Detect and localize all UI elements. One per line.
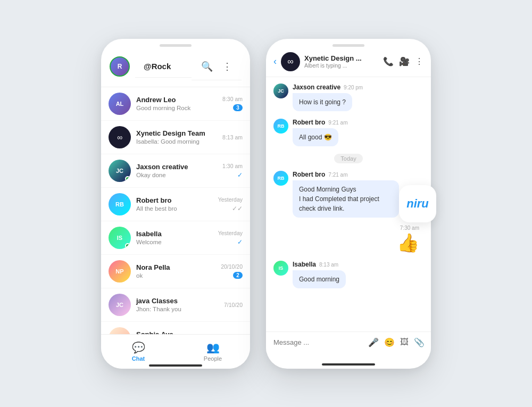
badge-andrew: 3 xyxy=(233,104,243,111)
chat-list: AL Andrew Leo Good morning Rock 8:30 am … xyxy=(101,87,250,343)
chat-info-jaxson: Jaxson creative Okay done xyxy=(136,163,217,178)
chat-info-andrew: Andrew Leo Good morning Rock xyxy=(136,96,217,111)
avatar-nora: NP xyxy=(109,260,131,283)
chat-name-xynetic: Xynetic Design Team xyxy=(136,129,217,137)
people-nav-label: People xyxy=(204,355,222,362)
msg-sender-jaxson: Jaxson creative xyxy=(293,84,340,91)
avatar-java: JC xyxy=(109,294,131,316)
right-header: ‹ ∞ Xynetic Design ... Albert is typing … xyxy=(266,47,431,77)
chat-name-andrew: Andrew Leo xyxy=(136,96,217,104)
chat-time-xynetic: 8:13 am xyxy=(222,134,243,140)
chat-name-isabella: Isabella xyxy=(136,230,213,238)
chat-name-nora: Nora Pella xyxy=(136,263,215,271)
chat-meta-robert: Yesterday ✓✓ xyxy=(218,196,243,212)
avatar-xynetic: ∞ xyxy=(109,126,131,148)
chat-preview-jaxson: Okay done xyxy=(136,172,217,178)
chat-info-nora: Nora Pella ok xyxy=(136,263,215,279)
search-button[interactable]: 🔍 xyxy=(200,60,214,73)
msg-time-robert-2: 7:21 am xyxy=(328,172,347,178)
chat-time-robert: Yesterday xyxy=(218,196,243,203)
emoji-time: 7:30 am xyxy=(400,225,419,231)
message-isabella: IS Isabella 8:13 am Good morning xyxy=(273,261,423,288)
user-avatar: R xyxy=(110,56,130,77)
chat-meta-xynetic: 8:13 am xyxy=(222,134,243,140)
msg-time-robert-1: 9:21 am xyxy=(328,120,347,126)
message-robert-1: RB Robert bro 9:21 am All good 😎 xyxy=(273,119,423,146)
chat-preview-andrew: Good morning Rock xyxy=(136,105,217,111)
bottom-nav: 💬 Chat 👥 People xyxy=(101,334,250,369)
brand-logo: niru xyxy=(399,185,436,222)
avatar-jaxson: JC xyxy=(109,160,131,182)
msg-time-isabella: 8:13 am xyxy=(319,262,338,268)
people-nav-icon: 👥 xyxy=(206,341,220,354)
badge-nora: 2 xyxy=(233,272,243,279)
today-divider: Today xyxy=(334,154,362,163)
chat-meta-java: 7/10/20 xyxy=(224,302,243,308)
chat-item-andrew[interactable]: AL Andrew Leo Good morning Rock 8:30 am … xyxy=(101,87,250,121)
more-options-button[interactable]: ⋮ xyxy=(415,56,423,67)
mic-icon[interactable]: 🎤 xyxy=(368,337,379,347)
back-button[interactable]: ‹ xyxy=(273,56,277,67)
msg-content-robert-1: Robert bro 9:21 am All good 😎 xyxy=(293,119,423,146)
chat-time-isabella: Yesterday xyxy=(218,230,243,236)
chat-info-isabella: Isabella Welcome xyxy=(136,230,213,245)
tick-jaxson: ✓ xyxy=(237,171,243,179)
header-actions: 📞 🎥 ⋮ xyxy=(383,56,423,67)
msg-bubble-isabella: Good morning xyxy=(293,270,346,288)
group-name: Xynetic Design ... xyxy=(304,54,379,62)
chat-preview-nora: ok xyxy=(136,272,215,279)
chat-item-robert[interactable]: RB Robert bro All the best bro Yesterday… xyxy=(101,188,250,221)
chat-time-nora: 20/10/20 xyxy=(221,263,243,270)
chat-meta-nora: 20/10/20 2 xyxy=(221,263,243,279)
input-area: 🎤 😊 🖼 📎 xyxy=(266,331,431,353)
chat-time-java: 7/10/20 xyxy=(224,302,243,308)
chat-info-robert: Robert bro All the best bro xyxy=(136,196,213,212)
msg-sender-isabella: Isabella xyxy=(293,261,316,268)
header-icons: 🔍 ⋮ xyxy=(192,53,242,80)
left-header: R @Rock 🔍 ⋮ xyxy=(101,47,250,87)
chat-meta-andrew: 8:30 am 3 xyxy=(222,96,243,111)
user-name: @Rock xyxy=(135,55,192,78)
emoji-icon[interactable]: 😊 xyxy=(384,337,395,347)
chat-item-nora[interactable]: NP Nora Pella ok 20/10/20 2 xyxy=(101,255,250,288)
chat-nav-icon: 💬 xyxy=(132,341,145,354)
brand-name: niru xyxy=(406,197,429,211)
emoji-thumbs-up: 👍 xyxy=(397,232,419,253)
msg-meta-robert-2: Robert bro 7:21 am xyxy=(293,171,423,178)
home-indicator-left xyxy=(149,364,202,367)
nav-people[interactable]: 👥 People xyxy=(176,337,250,366)
nav-chat[interactable]: 💬 Chat xyxy=(101,337,176,366)
more-button[interactable]: ⋮ xyxy=(221,60,233,73)
group-status: Albert is typing ... xyxy=(304,62,379,69)
msg-bubble-robert-2: Good Morning Guys I had Completed that p… xyxy=(293,180,399,218)
chat-item-isabella[interactable]: IS Isabella Welcome Yesterday ✓ xyxy=(101,221,250,255)
attach-icon[interactable]: 📎 xyxy=(414,337,425,347)
avatar-andrew: AL xyxy=(109,93,131,115)
chat-item-java[interactable]: JC java Classes Jhon: Thank you 7/10/20 xyxy=(101,288,250,322)
msg-avatar-jaxson: JC xyxy=(273,84,288,98)
avatar-robert: RB xyxy=(109,193,131,215)
chat-preview-java: Jhon: Thank you xyxy=(136,306,219,312)
emoji-message: 7:30 am 👍 xyxy=(273,225,423,253)
chat-name-java: java Classes xyxy=(136,297,219,305)
chat-preview-robert: All the best bro xyxy=(136,205,213,212)
chat-nav-label: Chat xyxy=(132,355,145,362)
chat-time-andrew: 8:30 am xyxy=(222,96,243,102)
message-input[interactable] xyxy=(273,338,363,346)
msg-content-isabella: Isabella 8:13 am Good morning xyxy=(293,261,423,288)
chat-item-xynetic[interactable]: ∞ Xynetic Design Team Isabella: Good mor… xyxy=(101,121,250,154)
image-icon[interactable]: 🖼 xyxy=(400,337,409,347)
call-button[interactable]: 📞 xyxy=(383,56,394,67)
avatar-isabella: IS xyxy=(109,227,131,249)
chat-meta-isabella: Yesterday ✓ xyxy=(218,230,243,246)
chat-item-jaxson[interactable]: JC Jaxson creative Okay done 1:30 am ✓ xyxy=(101,154,250,188)
chat-name-jaxson: Jaxson creative xyxy=(136,163,217,171)
home-indicator-right xyxy=(322,363,375,366)
msg-avatar-robert-2: RB xyxy=(273,171,288,186)
message-jaxson-creative: JC Jaxson creative 9:20 pm How is it goi… xyxy=(273,84,423,111)
left-phone: R @Rock 🔍 ⋮ AL Andrew Leo Good morning R… xyxy=(101,39,250,369)
video-button[interactable]: 🎥 xyxy=(399,56,410,67)
online-indicator-jaxson xyxy=(125,176,130,181)
msg-bubble-jaxson: How is it going ? xyxy=(293,93,352,111)
msg-meta-jaxson: Jaxson creative 9:20 pm xyxy=(293,84,423,91)
